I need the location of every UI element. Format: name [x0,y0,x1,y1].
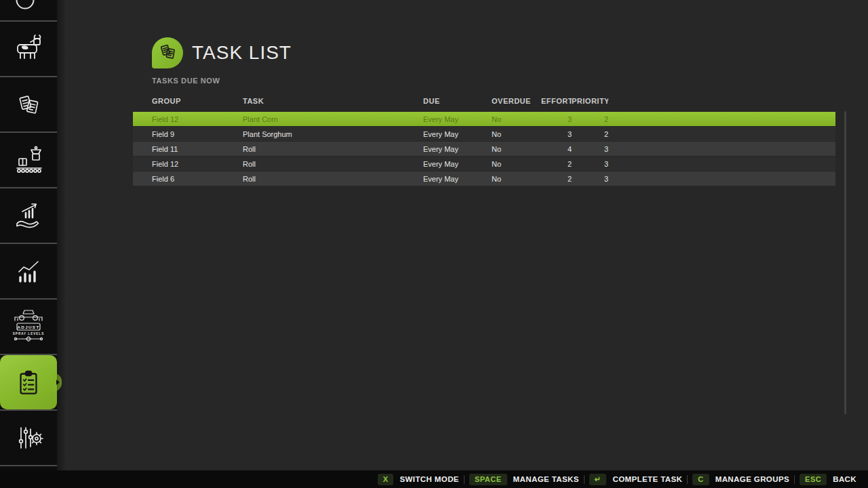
table-cell: 3 [572,145,608,153]
sidebar-item-settings[interactable] [0,411,57,465]
spray-levels-icon: ADJUST SPRAY LEVELS [10,307,47,346]
circle-icon [0,0,57,20]
table-cell: 2 [572,115,608,123]
table-cell: 2 [572,130,608,138]
table-cell: Every May [423,175,492,183]
sidebar-item-top[interactable] [0,0,57,20]
spray-text-line2: SPRAY LEVELS [13,332,44,336]
table-scrollbar[interactable] [844,111,846,414]
table-cell: Plant Corn [243,115,423,123]
task-list-badge [152,37,183,68]
table-cell: Roll [243,145,423,153]
task-table: GROUPTASKDUEOVERDUEEFFORTPRIORITY Field … [133,97,835,110]
column-header: TASK [243,97,423,105]
hotkey-label: COMPLETE TASK [612,475,682,483]
table-cell: No [492,160,541,168]
sidebar-shadow [57,0,66,470]
hotkey-label: MANAGE GROUPS [715,475,789,483]
documents-icon [156,40,179,66]
table-row[interactable]: Field 11RollEvery MayNo43 [133,142,835,156]
sidebar-item-animals[interactable] [0,22,57,76]
table-cell: 3 [541,115,572,123]
cow-icon [12,33,45,65]
hotkey-key[interactable]: ↵ [589,474,607,485]
hotkey-key[interactable]: SPACE [469,474,507,485]
hotkey-separator [794,475,795,484]
table-cell: Field 6 [152,175,243,183]
table-cell: Every May [423,115,492,123]
hotkey-separator [584,475,585,484]
column-header: DUE [423,97,492,105]
table-cell: Field 11 [152,145,243,153]
sidebar-item-statistics[interactable] [0,244,57,298]
column-header: OVERDUE [492,97,541,105]
hotkey-key[interactable]: X [378,474,394,485]
sidebar-item-spray-levels[interactable]: ADJUST SPRAY LEVELS [0,300,57,354]
table-row[interactable]: Field 12RollEvery MayNo23 [133,157,835,171]
table-cell: Field 12 [152,115,243,123]
table-cell: Roll [243,175,423,183]
hotkey-manage-groups[interactable]: CMANAGE GROUPS [692,474,789,485]
table-cell: No [492,115,541,123]
sidebar-divider [0,465,57,466]
table-row[interactable]: Field 6RollEvery MayNo23 [133,171,835,186]
sidebar-item-task-list[interactable] [0,355,57,409]
table-cell: Every May [423,160,492,168]
hotkey-separator [687,475,688,484]
table-cell: Field 9 [152,130,243,138]
production-line-icon [12,144,45,176]
table-row[interactable]: Field 9Plant SorghumEvery MayNo32 [133,127,835,141]
sidebar-item-contracts[interactable] [0,77,57,131]
table-cell: 2 [541,160,572,168]
documents-icon [12,88,45,121]
section-label: TASKS DUE NOW [152,77,220,85]
hotkey-key[interactable]: ESC [800,474,827,485]
table-cell: 3 [572,160,608,168]
table-cell: Plant Sorghum [243,130,423,138]
table-cell: Every May [423,130,492,138]
column-header: GROUP [152,97,243,105]
table-cell: No [492,175,541,183]
hotkey-label: SWITCH MODE [399,475,458,483]
table-cell: No [492,130,541,138]
task-rows: Field 12Plant CornEvery MayNo32Field 9Pl… [133,112,835,186]
hotkey-manage-tasks[interactable]: SPACEMANAGE TASKS [469,474,579,485]
sliders-gear-icon [12,422,45,454]
column-header: EFFORT [541,97,572,105]
table-cell: No [492,145,541,153]
hand-chart-icon [12,199,45,232]
sidebar-item-production[interactable] [0,133,57,187]
hotkey-label: MANAGE TASKS [513,475,579,483]
hotkey-back[interactable]: ESCBACK [800,474,856,485]
hotkey-separator [464,475,465,484]
hotkey-bar: XSWITCH MODESPACEMANAGE TASKS↵COMPLETE T… [0,470,868,488]
table-cell: Every May [423,145,492,153]
table-cell: 3 [541,130,572,138]
table-cell: 2 [541,175,572,183]
sidebar-item-finances[interactable] [0,188,57,243]
task-table-header: GROUPTASKDUEOVERDUEEFFORTPRIORITY [133,97,835,110]
column-header: PRIORITY [572,97,608,105]
spray-text-line1: ADJUST [17,325,39,329]
table-cell: 4 [541,145,572,153]
selected-pointer [53,373,62,392]
table-cell: Field 12 [152,160,243,168]
clipboard-checklist-icon [12,365,45,399]
hotkey-label: BACK [833,475,856,483]
hotkey-switch-mode[interactable]: XSWITCH MODE [378,474,459,485]
sidebar: ADJUST SPRAY LEVELS [0,0,57,470]
bar-chart-icon [12,255,45,287]
page-title: TASK LIST [192,42,292,64]
hotkey-key[interactable]: C [692,474,709,485]
table-cell: 3 [572,175,608,183]
table-cell: Roll [243,160,423,168]
table-row[interactable]: Field 12Plant CornEvery MayNo32 [133,112,835,126]
hotkey-complete-task[interactable]: ↵COMPLETE TASK [589,474,682,485]
